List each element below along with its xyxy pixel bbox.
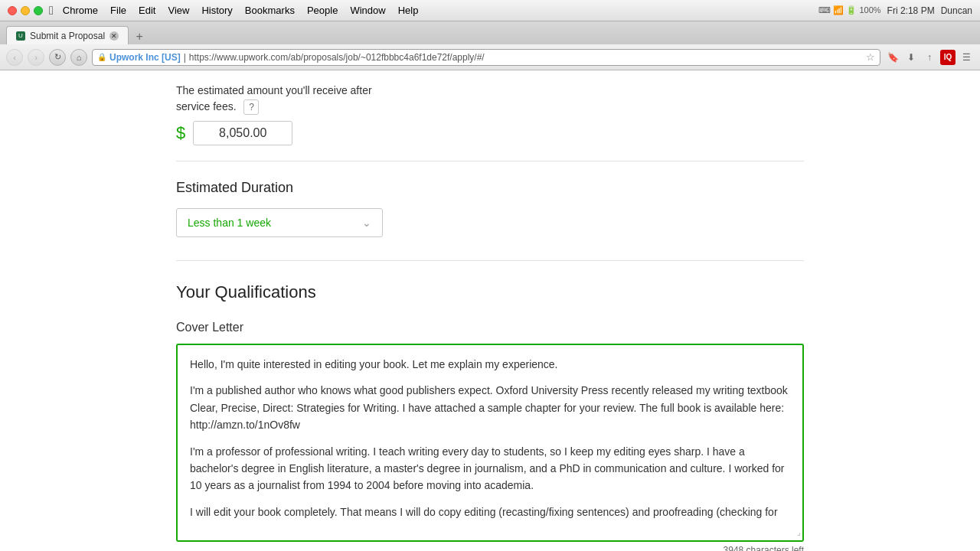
- page-content: The estimated amount you'll receive afte…: [0, 70, 980, 551]
- active-tab[interactable]: U Submit a Proposal ✕: [6, 26, 129, 44]
- bookmark-star-icon[interactable]: ☆: [866, 51, 875, 63]
- forward-button[interactable]: ›: [28, 49, 44, 66]
- estimated-duration-title: Estimated Duration: [176, 180, 804, 196]
- cover-letter-wrapper: Hello, I'm quite interested in editing y…: [176, 344, 804, 542]
- title-bar-right: ⌨ 📶 🔋 100% Fri 2:18 PM Duncan: [818, 5, 972, 16]
- dollar-sign: $: [176, 123, 185, 143]
- view-menu[interactable]: View: [168, 5, 189, 16]
- content-inner: The estimated amount you'll receive afte…: [145, 70, 835, 551]
- refresh-button[interactable]: ↻: [49, 49, 66, 66]
- amount-desc-line1: The estimated amount you'll receive afte…: [176, 84, 372, 96]
- window-menu[interactable]: Window: [350, 5, 385, 16]
- ext-icon-2[interactable]: ⬇: [903, 50, 919, 65]
- address-bar[interactable]: 🔒 Upwork Inc [US] | https://www.upwork.c…: [92, 49, 880, 66]
- amount-input[interactable]: [193, 121, 292, 145]
- cover-letter-para-2: I'm a published author who knows what go…: [190, 382, 790, 433]
- new-tab-button[interactable]: +: [132, 29, 147, 44]
- help-icon[interactable]: ?: [243, 99, 259, 115]
- duration-value: Less than 1 week: [188, 217, 271, 229]
- extensions: 🔖 ⬇ ↑ IQ ☰: [885, 50, 974, 65]
- tab-favicon: U: [16, 31, 25, 41]
- user-name: Duncan: [941, 5, 972, 16]
- title-bar:  Chrome File Edit View History Bookmark…: [0, 0, 980, 21]
- duration-dropdown[interactable]: Less than 1 week ⌄: [176, 208, 383, 237]
- tab-bar: U Submit a Proposal ✕ +: [0, 21, 980, 44]
- help-menu[interactable]: Help: [398, 5, 419, 16]
- nav-bar: ‹ › ↻ ⌂ 🔒 Upwork Inc [US] | https://www.…: [0, 44, 980, 70]
- amount-section: The estimated amount you'll receive afte…: [176, 70, 804, 161]
- system-icons: ⌨ 📶 🔋 100%: [818, 5, 880, 15]
- ext-icon-menu[interactable]: ☰: [959, 50, 974, 65]
- close-button[interactable]: [8, 6, 17, 15]
- minimize-button[interactable]: [21, 6, 30, 15]
- duration-section: Estimated Duration Less than 1 week ⌄: [176, 161, 804, 261]
- edit-menu[interactable]: Edit: [139, 5, 155, 16]
- qualifications-section: Your Qualifications Cover Letter Hello, …: [176, 261, 804, 551]
- menu-bar: Chrome File Edit View History Bookmarks …: [63, 5, 419, 16]
- history-menu[interactable]: History: [201, 5, 232, 16]
- ext-icon-1[interactable]: 🔖: [885, 50, 900, 65]
- chrome-menu[interactable]: Chrome: [63, 5, 98, 16]
- resize-handle-icon[interactable]: ⌟: [797, 527, 801, 539]
- cover-letter-title: Cover Letter: [176, 321, 804, 334]
- ext-icon-3[interactable]: ↑: [922, 50, 937, 65]
- browser-chrome:  Chrome File Edit View History Bookmark…: [0, 0, 980, 70]
- ext-icon-iq[interactable]: IQ: [940, 50, 956, 65]
- back-button[interactable]: ‹: [6, 49, 23, 66]
- tab-close-button[interactable]: ✕: [109, 31, 119, 41]
- amount-description: The estimated amount you'll receive afte…: [176, 83, 804, 115]
- cover-letter-para-3: I'm a professor of professional writing.…: [190, 443, 790, 494]
- people-menu[interactable]: People: [307, 5, 338, 16]
- bookmarks-menu[interactable]: Bookmarks: [245, 5, 295, 16]
- maximize-button[interactable]: [34, 6, 43, 15]
- amount-row: $: [176, 121, 804, 145]
- home-button[interactable]: ⌂: [70, 49, 87, 66]
- url-path: |: [184, 52, 186, 63]
- qualifications-title: Your Qualifications: [176, 282, 804, 302]
- url-domain: Upwork Inc [US]: [109, 52, 181, 63]
- chevron-down-icon: ⌄: [362, 217, 371, 229]
- tab-label: Submit a Proposal: [30, 31, 105, 41]
- cover-letter-para-1: Hello, I'm quite interested in editing y…: [190, 356, 790, 373]
- char-count: 3948 characters left: [176, 545, 804, 551]
- cover-letter-textarea[interactable]: Hello, I'm quite interested in editing y…: [176, 344, 804, 542]
- file-menu[interactable]: File: [110, 5, 126, 16]
- ssl-lock-icon: 🔒: [97, 53, 106, 61]
- amount-desc-line2: service fees.: [176, 100, 237, 112]
- apple-menu-icon[interactable]: : [49, 4, 54, 18]
- datetime: Fri 2:18 PM: [887, 5, 935, 16]
- textarea-fade: [178, 517, 802, 540]
- traffic-lights: [8, 6, 43, 15]
- url-full: https://www.upwork.com/ab/proposals/job/…: [189, 52, 485, 63]
